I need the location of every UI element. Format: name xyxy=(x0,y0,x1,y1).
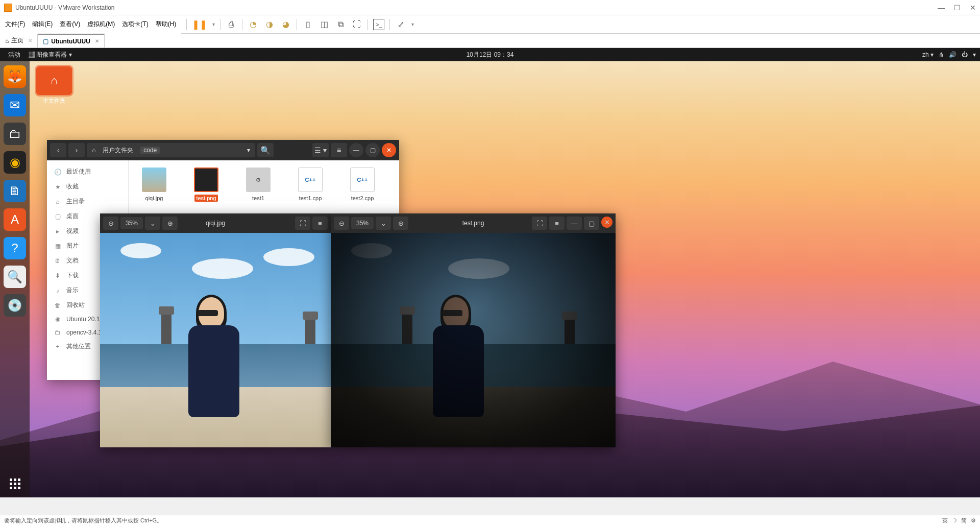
hamburger-button[interactable]: ≡ xyxy=(549,217,565,230)
chevron-down-icon[interactable]: ▾ xyxy=(973,51,976,58)
zoom-dropdown[interactable]: ⌄ xyxy=(376,217,391,230)
view-single-icon[interactable]: ▯ xyxy=(302,19,313,30)
file-item[interactable]: qiqi.jpg xyxy=(136,168,173,201)
vmware-titlebar: UbuntuUUUU - VMware Workstation — ☐ ✕ xyxy=(0,0,980,15)
send-keys-icon[interactable]: ⎙ xyxy=(226,19,237,30)
cpp-icon: C++ xyxy=(298,168,323,192)
lang-indicator[interactable]: zh ▾ xyxy=(922,51,934,58)
dock-rhythmbox[interactable]: ◉ xyxy=(4,151,26,174)
menu-file[interactable]: 文件(F) xyxy=(5,20,25,29)
dock-firefox[interactable]: 🦊 xyxy=(4,65,26,88)
viewer-title: qiqi.jpg xyxy=(206,220,225,227)
plus-icon: + xyxy=(54,343,61,350)
forward-button[interactable]: › xyxy=(68,143,85,157)
zoom-level[interactable]: 35% xyxy=(351,217,374,229)
back-button[interactable]: ‹ xyxy=(50,143,66,157)
minimize-button[interactable]: — xyxy=(349,143,363,157)
minimize-button[interactable]: — xyxy=(938,4,945,12)
snapshot-manager-icon[interactable]: ◕ xyxy=(280,19,291,30)
dock-thunderbird[interactable]: ✉ xyxy=(4,94,26,116)
close-button[interactable]: ✕ xyxy=(601,217,612,228)
path-segment-current[interactable]: code xyxy=(140,147,160,154)
image-viewer-qiqi: ⊖ 35% ⌄ ⊕ qiqi.jpg ⛶ ≡ xyxy=(100,213,331,447)
hamburger-button[interactable]: ≡ xyxy=(312,217,328,230)
ubuntu-dock: 🦊 ✉ 🗀 ◉ 🗎 A ? 🔍 💿 xyxy=(0,61,30,497)
gear-icon[interactable]: ⚙ xyxy=(971,517,976,524)
image-canvas[interactable] xyxy=(100,233,331,447)
volume-icon[interactable]: 🔊 xyxy=(949,51,957,58)
dock-help[interactable]: ? xyxy=(4,237,26,259)
chevron-down-icon[interactable]: ▾ xyxy=(247,147,250,154)
activities-button[interactable]: 活动 xyxy=(4,51,24,59)
zoom-out-button[interactable]: ⊖ xyxy=(103,217,118,230)
path-segment[interactable]: 用户文件夹 xyxy=(100,146,136,155)
dock-disc[interactable]: 💿 xyxy=(4,294,26,317)
view-fullscreen-icon[interactable]: ⛶ xyxy=(351,19,362,30)
snapshot-revert-icon[interactable]: ◑ xyxy=(264,19,275,30)
dock-files[interactable]: 🗀 xyxy=(4,123,26,145)
dock-show-apps[interactable] xyxy=(10,479,20,489)
tab-close-icon[interactable]: ✕ xyxy=(28,38,32,43)
path-bar[interactable]: ⌂ 用户文件夹 code ▾ xyxy=(87,143,255,157)
dock-writer[interactable]: 🗎 xyxy=(4,180,26,202)
network-icon[interactable]: ⋔ xyxy=(939,51,944,58)
binary-icon: ⚙ xyxy=(246,168,271,192)
sidebar-item-starred[interactable]: ★收藏 xyxy=(47,179,128,194)
maximize-button[interactable]: ▢ xyxy=(584,217,599,230)
fullscreen-button[interactable]: ⛶ xyxy=(532,217,547,230)
minimize-button[interactable]: — xyxy=(567,217,582,230)
tab-ubuntu[interactable]: ▢ UbuntuUUUU ✕ xyxy=(38,34,105,47)
snapshot-icon[interactable]: ◔ xyxy=(248,19,259,30)
power-icon[interactable]: ⏻ xyxy=(962,51,968,58)
menu-view[interactable]: 查看(V) xyxy=(60,20,80,29)
zoom-in-button[interactable]: ⊕ xyxy=(162,217,178,230)
view-unity-icon[interactable]: ⧉ xyxy=(335,19,346,30)
vmware-title: UbuntuUUUU - VMware Workstation xyxy=(15,4,115,11)
sidebar-item-recent[interactable]: 🕘最近使用 xyxy=(47,164,128,179)
image-canvas[interactable] xyxy=(331,233,616,447)
pause-icon[interactable]: ❚❚ xyxy=(192,19,207,30)
cpp-icon: C++ xyxy=(350,168,375,192)
app-menu[interactable]: ▦ 图像查看器 ▾ xyxy=(24,51,76,59)
hamburger-button[interactable]: ≡ xyxy=(331,143,347,157)
search-button[interactable]: 🔍 xyxy=(257,143,274,157)
menu-vm[interactable]: 虚拟机(M) xyxy=(87,20,115,29)
ime-mode-icon[interactable]: ☽ xyxy=(952,517,957,524)
desktop-home-folder[interactable]: ⌂ 主文件夹 xyxy=(33,66,76,105)
view-split-icon[interactable]: ◫ xyxy=(318,19,330,30)
stretch-icon[interactable]: ⤢ xyxy=(395,19,406,30)
dock-software[interactable]: A xyxy=(4,208,26,231)
menu-help[interactable]: 帮助(H) xyxy=(156,20,177,29)
menu-tabs[interactable]: 选项卡(T) xyxy=(122,20,148,29)
ime-lang[interactable]: 英 xyxy=(942,517,948,524)
maximize-button[interactable]: ☐ xyxy=(954,4,961,12)
recent-icon: 🕘 xyxy=(54,169,61,176)
status-text: 要将输入定向到该虚拟机，请将鼠标指针移入其中或按 Ctrl+G。 xyxy=(4,517,162,524)
file-item[interactable]: C++test2.cpp xyxy=(344,168,381,201)
zoom-level[interactable]: 35% xyxy=(120,217,143,229)
system-tray[interactable]: zh ▾ ⋔ 🔊 ⏻ ▾ xyxy=(922,51,976,58)
clock[interactable]: 10月12日 09：34 xyxy=(467,51,514,59)
ime-simplified[interactable]: 简 xyxy=(961,517,967,524)
close-button[interactable]: ✕ xyxy=(382,143,396,157)
fullscreen-button[interactable]: ⛶ xyxy=(295,217,310,230)
console-icon[interactable]: >_ xyxy=(373,19,384,30)
image-thumb-icon xyxy=(194,168,218,192)
home-icon: ⌂ xyxy=(92,147,95,154)
close-button[interactable]: ✕ xyxy=(970,4,976,12)
vmware-menubar: 文件(F) 编辑(E) 查看(V) 虚拟机(M) 选项卡(T) 帮助(H) xyxy=(0,15,181,34)
sidebar-item-home[interactable]: ⌂主目录 xyxy=(47,194,128,209)
zoom-dropdown[interactable]: ⌄ xyxy=(145,217,160,230)
dock-image-viewer[interactable]: 🔍 xyxy=(4,266,26,288)
file-item[interactable]: test.png xyxy=(188,168,225,201)
view-toggle-button[interactable]: ☰ ▾ xyxy=(312,143,329,157)
vm-viewport[interactable]: 活动 ▦ 图像查看器 ▾ 10月12日 09：34 zh ▾ ⋔ 🔊 ⏻ ▾ 🦊… xyxy=(0,48,980,497)
menu-edit[interactable]: 编辑(E) xyxy=(32,20,53,29)
zoom-in-button[interactable]: ⊕ xyxy=(393,217,408,230)
maximize-button[interactable]: ▢ xyxy=(365,143,380,157)
zoom-out-button[interactable]: ⊖ xyxy=(334,217,349,230)
tab-home[interactable]: ⌂ 主页 ✕ xyxy=(0,34,38,47)
tab-close-icon[interactable]: ✕ xyxy=(95,38,99,44)
file-item[interactable]: ⚙test1 xyxy=(240,168,277,201)
file-item[interactable]: C++test1.cpp xyxy=(292,168,329,201)
